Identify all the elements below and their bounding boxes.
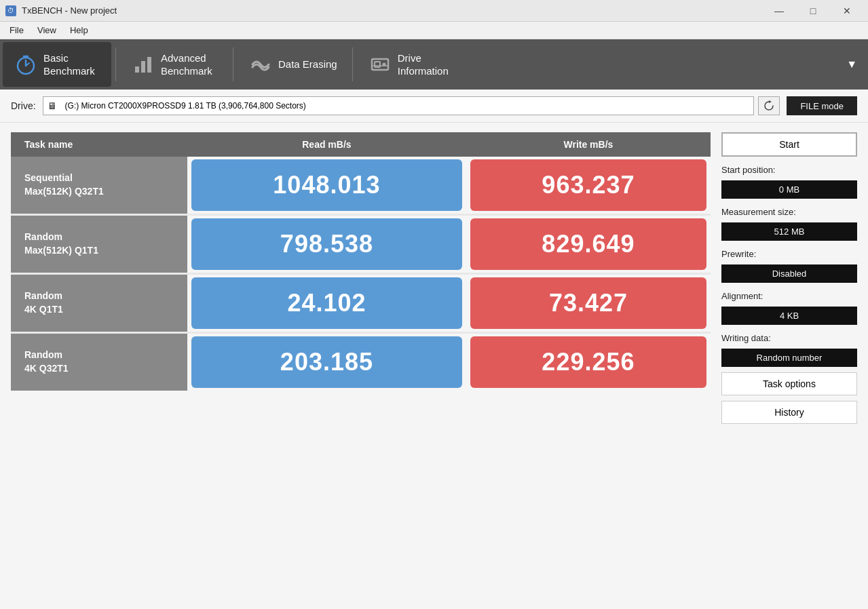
- benchmark-table: Task name Read mB/s Write mB/s Sequentia…: [11, 132, 711, 391]
- read-cell-2: 798.538: [187, 216, 466, 275]
- read-cell-1: 1048.013: [187, 157, 466, 216]
- benchmark-panel: Task name Read mB/s Write mB/s Sequentia…: [11, 132, 711, 608]
- task-name-sequential: SequentialMax(512K) Q32T1: [11, 157, 187, 216]
- read-value-4: 203.185: [191, 336, 462, 388]
- read-cell-3: 24.102: [187, 275, 466, 334]
- task-options-button[interactable]: Task options: [721, 372, 857, 395]
- file-mode-button[interactable]: FILE mode: [787, 96, 857, 115]
- toolbar-data-erasing[interactable]: Data Erasing: [238, 42, 348, 87]
- task-name-random-4k-q1t1: Random4K Q1T1: [11, 275, 187, 334]
- task-name-random-512k: RandomMax(512K) Q1T1: [11, 216, 187, 275]
- window-controls: — □ ✕: [763, 1, 863, 20]
- svg-rect-6: [141, 61, 145, 73]
- table-row: Random4K Q1T1 24.102 73.427: [11, 275, 711, 334]
- drive-information-label: DriveInformation: [398, 52, 449, 78]
- toolbar-dropdown-arrow[interactable]: ▼: [838, 58, 865, 71]
- window-title: TxBENCH - New project: [22, 5, 117, 16]
- main-content: Task name Read mB/s Write mB/s Sequentia…: [0, 123, 868, 609]
- read-value-2: 798.538: [191, 218, 462, 270]
- start-button[interactable]: Start: [721, 132, 857, 157]
- task-name-random-4k-q32t1: Random4K Q32T1: [11, 334, 187, 391]
- toolbar-divider-2: [233, 47, 233, 81]
- write-cell-2: 829.649: [466, 216, 711, 275]
- menu-help[interactable]: Help: [63, 24, 95, 37]
- write-value-1: 963.237: [470, 159, 706, 211]
- basic-benchmark-label: BasicBenchmark: [43, 52, 95, 78]
- write-cell-4: 229.256: [466, 334, 711, 391]
- toolbar-divider-3: [352, 47, 353, 81]
- drive-select-wrap: 🖥 (G:) Micron CT2000X9PROSSD9 1.81 TB (3…: [43, 96, 780, 115]
- minimize-button[interactable]: —: [763, 1, 795, 20]
- title-bar: ⏱ TxBENCH - New project — □ ✕: [0, 0, 868, 22]
- writing-data-value: Random number: [721, 349, 857, 367]
- toolbar-basic-benchmark[interactable]: BasicBenchmark: [3, 42, 111, 87]
- menu-bar: File View Help: [0, 22, 868, 39]
- writing-data-label: Writing data:: [721, 333, 857, 343]
- write-cell-1: 963.237: [466, 157, 711, 216]
- drive-icon-small: 🖥: [48, 100, 57, 111]
- toolbar-divider-1: [115, 47, 116, 81]
- read-cell-4: 203.185: [187, 334, 466, 391]
- measurement-size-label: Measurement size:: [721, 207, 857, 217]
- timer-icon: [14, 52, 38, 77]
- read-value-1: 1048.013: [191, 159, 462, 211]
- right-sidebar: Start Start position: 0 MB Measurement s…: [721, 132, 857, 608]
- write-cell-3: 73.427: [466, 275, 711, 334]
- table-row: SequentialMax(512K) Q32T1 1048.013 963.2…: [11, 157, 711, 216]
- toolbar-drive-information[interactable]: DriveInformation: [357, 42, 466, 87]
- write-value-2: 829.649: [470, 218, 706, 270]
- write-value-4: 229.256: [470, 336, 706, 388]
- drive-icon: [368, 52, 392, 77]
- start-position-value: 0 MB: [721, 180, 857, 199]
- app-icon: ⏱: [5, 5, 16, 16]
- measurement-size-value: 512 MB: [721, 222, 857, 241]
- menu-view[interactable]: View: [31, 24, 63, 37]
- toolbar: BasicBenchmark AdvancedBenchmark Data Er…: [0, 39, 868, 90]
- table-row: RandomMax(512K) Q1T1 798.538 829.649: [11, 216, 711, 275]
- maximize-button[interactable]: □: [797, 1, 829, 20]
- close-button[interactable]: ✕: [831, 1, 863, 20]
- col-header-read: Read mB/s: [187, 132, 466, 157]
- col-header-task: Task name: [11, 132, 187, 157]
- advanced-benchmark-label: AdvancedBenchmark: [161, 52, 212, 78]
- read-value-3: 24.102: [191, 277, 462, 329]
- drive-select[interactable]: (G:) Micron CT2000X9PROSSD9 1.81 TB (3,9…: [60, 96, 750, 115]
- alignment-value: 4 KB: [721, 307, 857, 325]
- drive-label: Drive:: [11, 100, 36, 111]
- svg-rect-7: [147, 57, 151, 73]
- table-row: Random4K Q32T1 203.185 229.256: [11, 334, 711, 391]
- col-header-write: Write mB/s: [466, 132, 711, 157]
- toolbar-advanced-benchmark[interactable]: AdvancedBenchmark: [120, 42, 229, 87]
- data-erasing-label: Data Erasing: [278, 58, 337, 71]
- drive-refresh-button[interactable]: [758, 96, 780, 115]
- prewrite-value: Disabled: [721, 264, 857, 283]
- alignment-label: Alignment:: [721, 291, 857, 301]
- drive-selector-row: Drive: 🖥 (G:) Micron CT2000X9PROSSD9 1.8…: [0, 90, 868, 123]
- write-value-3: 73.427: [470, 277, 706, 329]
- erase-icon: [248, 52, 273, 77]
- chart-icon: [131, 52, 155, 77]
- history-button[interactable]: History: [721, 401, 857, 424]
- svg-rect-9: [375, 62, 380, 67]
- svg-rect-5: [135, 66, 139, 73]
- start-position-label: Start position:: [721, 165, 857, 175]
- menu-file[interactable]: File: [3, 24, 31, 37]
- prewrite-label: Prewrite:: [721, 249, 857, 259]
